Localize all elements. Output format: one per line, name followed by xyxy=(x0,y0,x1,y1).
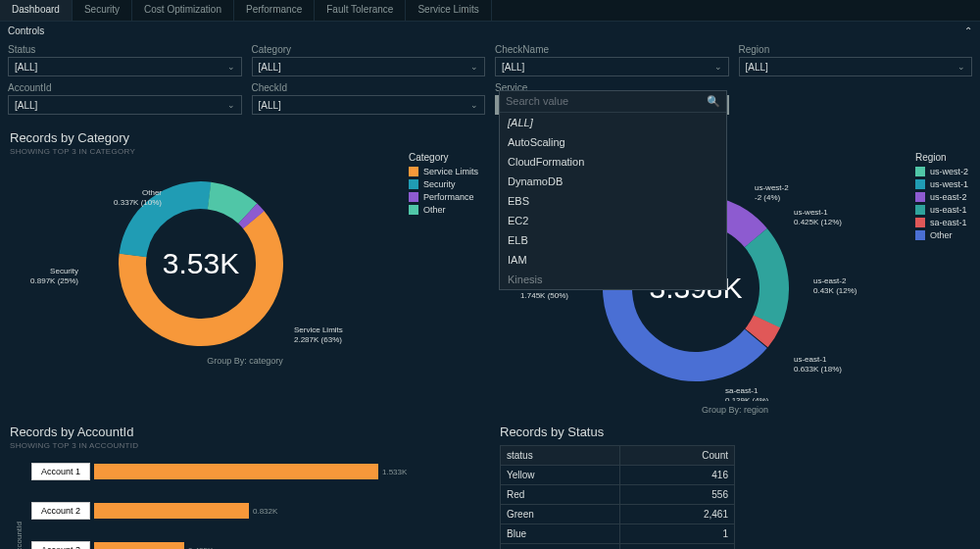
filter-region: Region [ALL]⌄ xyxy=(739,44,973,76)
filter-checkid-label: CheckId xyxy=(252,82,486,93)
select-region[interactable]: [ALL]⌄ xyxy=(739,57,973,76)
svg-text:0.139K (4%): 0.139K (4%) xyxy=(725,396,769,401)
svg-text:us-east-2: us-east-2 xyxy=(813,276,847,285)
chevron-down-icon: ⌄ xyxy=(227,62,235,72)
status-table: statusCount Yellow416 Red556 Green2,461 … xyxy=(500,445,735,549)
panel-title: Records by Status xyxy=(500,424,970,439)
groupby-label: Group By: region xyxy=(500,405,970,415)
svg-text:sa-east-1: sa-east-1 xyxy=(725,386,759,395)
col-status: status xyxy=(501,446,620,466)
tab-performance[interactable]: Performance xyxy=(234,0,315,21)
dropdown-search[interactable]: Search value 🔍 xyxy=(500,91,726,113)
filter-region-label: Region xyxy=(739,44,973,55)
bar-chart-account: Account 1 1.533K Account 2 0.832K Accoun… xyxy=(22,460,480,549)
svg-text:us-west-1: us-west-1 xyxy=(794,208,828,217)
select-checkname[interactable]: [ALL]⌄ xyxy=(495,57,729,76)
select-status[interactable]: [ALL]⌄ xyxy=(8,57,242,76)
dropdown-item[interactable]: AutoScaling xyxy=(500,132,726,152)
filter-checkname: CheckName [ALL]⌄ xyxy=(495,44,729,76)
tab-bar: Dashboard Security Cost Optimization Per… xyxy=(0,0,980,22)
dropdown-item[interactable]: IAM xyxy=(500,250,726,270)
select-accountid[interactable]: [ALL]⌄ xyxy=(8,95,242,115)
dropdown-item[interactable]: [ALL] xyxy=(500,113,726,132)
col-count: Count xyxy=(620,446,735,466)
controls-label: Controls xyxy=(8,25,44,36)
legend-category: Category Service Limits Security Perform… xyxy=(409,152,478,218)
panel-records-by-accountid: Records by AccountId SHOWING TOP 3 IN AC… xyxy=(0,417,490,549)
svg-text:0.633K (18%): 0.633K (18%) xyxy=(794,365,842,374)
svg-text:-2 (4%): -2 (4%) xyxy=(755,193,781,202)
bar-label: Account 2 xyxy=(31,502,90,520)
bar-label: Account 3 xyxy=(31,541,90,549)
panel-title: Records by Category xyxy=(10,130,480,145)
tab-cost-optimization[interactable]: Cost Optimization xyxy=(132,0,234,21)
svg-text:us-east-1: us-east-1 xyxy=(794,355,827,364)
bar-row: Account 1 1.533K xyxy=(31,460,480,483)
panel-subtitle: SHOWING TOP 3 IN ACCOUNTID xyxy=(10,441,480,450)
table-row: Blue1 xyxy=(501,524,735,544)
filter-category: Category [ALL]⌄ xyxy=(252,44,486,76)
tab-security[interactable]: Security xyxy=(73,0,132,21)
controls-header: Controls ⌃ xyxy=(0,22,980,40)
dropdown-item[interactable]: EBS xyxy=(500,191,726,211)
filter-category-label: Category xyxy=(252,44,486,55)
panel-title: Records by AccountId xyxy=(10,424,480,439)
table-row: Yellow416 xyxy=(501,466,735,485)
bar xyxy=(94,542,184,549)
svg-text:us-west-2: us-west-2 xyxy=(755,183,789,192)
search-placeholder: Search value xyxy=(506,95,568,108)
donut-category: 3.53K Service Limits 2.287K (63%) Securi… xyxy=(10,156,382,352)
chevron-down-icon: ⌄ xyxy=(957,62,965,72)
panel-records-by-status: Records by Status statusCount Yellow416 … xyxy=(490,417,980,549)
tab-dashboard[interactable]: Dashboard xyxy=(0,0,73,21)
filter-checkid: CheckId [ALL]⌄ xyxy=(252,82,486,115)
y-axis-label: accountId xyxy=(15,522,24,549)
svg-text:Security: Security xyxy=(50,267,78,275)
svg-text:0.897K (25%): 0.897K (25%) xyxy=(30,276,78,285)
svg-text:0.425K (12%): 0.425K (12%) xyxy=(794,218,842,226)
bar xyxy=(94,503,249,519)
dropdown-item[interactable]: CloudFormation xyxy=(500,152,726,172)
chevron-down-icon: ⌄ xyxy=(714,62,722,72)
filter-accountid-label: AccountId xyxy=(8,82,242,93)
chevron-down-icon: ⌄ xyxy=(470,62,478,72)
table-row: Red556 xyxy=(501,485,735,505)
bar xyxy=(94,464,378,479)
table-row: Green2,461 xyxy=(501,505,735,524)
filter-checkname-label: CheckName xyxy=(495,44,729,55)
dropdown-item[interactable]: Kinesis xyxy=(500,270,726,289)
select-category[interactable]: [ALL]⌄ xyxy=(252,57,486,76)
select-checkid[interactable]: [ALL]⌄ xyxy=(252,95,486,115)
svg-text:2.287K (63%): 2.287K (63%) xyxy=(294,335,342,344)
collapse-icon[interactable]: ⌃ xyxy=(964,25,972,36)
svg-text:0.337K (10%): 0.337K (10%) xyxy=(114,198,162,207)
table-row: null96 xyxy=(501,544,735,550)
svg-text:0.43K (12%): 0.43K (12%) xyxy=(813,286,858,295)
search-icon: 🔍 xyxy=(707,95,720,108)
tab-service-limits[interactable]: Service Limits xyxy=(406,0,491,21)
filter-status-label: Status xyxy=(8,44,242,55)
chevron-down-icon: ⌄ xyxy=(227,100,235,110)
legend-region: Region us-west-2 us-west-1 us-east-2 us-… xyxy=(915,152,968,243)
filter-accountid: AccountId [ALL]⌄ xyxy=(8,82,242,115)
groupby-label: Group By: category xyxy=(10,356,480,366)
panel-records-by-category: Records by Category SHOWING TOP 3 IN CAT… xyxy=(0,123,490,368)
svg-text:Other: Other xyxy=(142,188,162,197)
svg-text:1.745K (50%): 1.745K (50%) xyxy=(520,291,568,300)
filter-status: Status [ALL]⌄ xyxy=(8,44,242,76)
dropdown-item[interactable]: EC2 xyxy=(500,211,726,230)
dropdown-item[interactable]: DynamoDB xyxy=(500,172,726,191)
chevron-down-icon: ⌄ xyxy=(470,100,478,110)
controls-grid: Status [ALL]⌄ Category [ALL]⌄ CheckName … xyxy=(0,40,980,123)
donut-center-value: 3.53K xyxy=(163,247,239,279)
dropdown-item[interactable]: ELB xyxy=(500,230,726,250)
svg-text:Service Limits: Service Limits xyxy=(294,325,343,334)
service-dropdown[interactable]: Search value 🔍 [ALL] AutoScaling CloudFo… xyxy=(499,90,727,290)
tab-fault-tolerance[interactable]: Fault Tolerance xyxy=(315,0,406,21)
bar-label: Account 1 xyxy=(31,463,90,480)
